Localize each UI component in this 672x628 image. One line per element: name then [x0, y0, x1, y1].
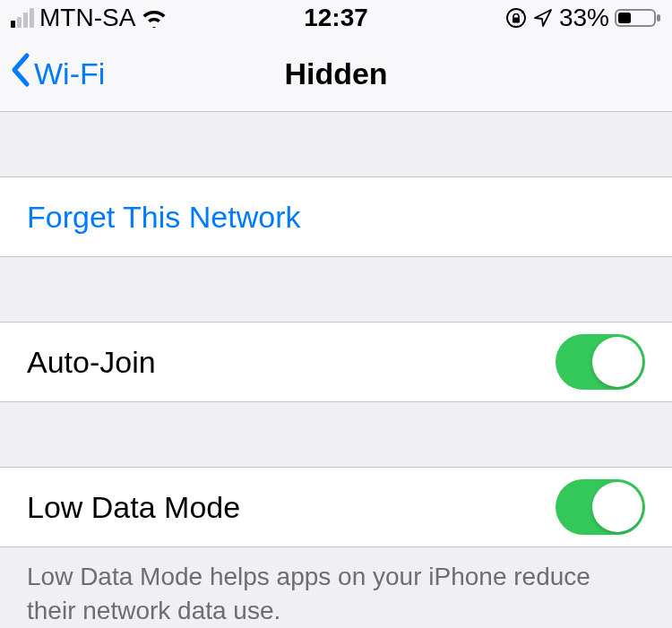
wifi-icon	[141, 8, 168, 28]
battery-icon	[615, 7, 661, 29]
auto-join-cell: Auto-Join	[0, 323, 672, 401]
svg-rect-4	[657, 14, 660, 22]
low-data-mode-cell: Low Data Mode	[0, 468, 672, 546]
low-data-mode-footer: Low Data Mode helps apps on your iPhone …	[0, 547, 672, 628]
orientation-lock-icon	[505, 7, 527, 29]
low-data-mode-label: Low Data Mode	[27, 490, 240, 525]
forget-network-cell[interactable]: Forget This Network	[0, 177, 672, 256]
auto-join-toggle[interactable]	[556, 334, 645, 390]
page-title: Hidden	[0, 56, 672, 91]
svg-rect-3	[618, 13, 631, 23]
battery-percent: 33%	[559, 4, 609, 32]
low-data-mode-toggle[interactable]	[556, 479, 645, 535]
carrier-label: MTN-SA	[39, 4, 135, 32]
forget-network-label: Forget This Network	[27, 200, 300, 235]
location-icon	[532, 7, 554, 29]
nav-bar: Wi-Fi Hidden	[0, 36, 672, 112]
status-bar: MTN-SA 12:37 33%	[0, 0, 672, 36]
auto-join-label: Auto-Join	[27, 345, 156, 380]
cellular-signal-icon	[11, 8, 34, 28]
svg-rect-1	[513, 18, 520, 23]
